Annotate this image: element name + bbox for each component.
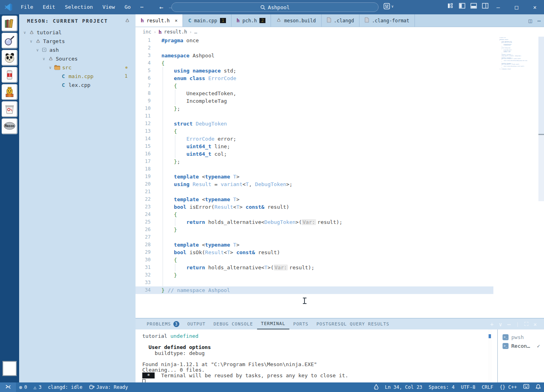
tree-item-Sources[interactable]: ∨Sources [19, 54, 136, 63]
status-clangd-idle[interactable]: clangd: idle [45, 382, 86, 392]
close-icon[interactable]: ✕ [175, 18, 178, 23]
menu-[interactable]: ⋯ [136, 0, 148, 14]
status-utf-8[interactable]: UTF-8 [458, 382, 479, 392]
code-line-15: 15 uint64_t line; [136, 143, 544, 150]
toggle-secondary-sidebar-icon[interactable] [482, 2, 489, 9]
code-line-26: 26 } [136, 226, 544, 233]
panel-more-icon[interactable]: ⋯ [507, 321, 511, 327]
meson-refresh-icon[interactable] [125, 18, 130, 24]
status-coffee-icon[interactable]: Java: Ready [86, 382, 131, 392]
file-icon [327, 17, 331, 24]
panel-tab-output[interactable]: OUTPUT [183, 319, 210, 329]
mouse-ibeam-cursor [304, 298, 305, 304]
bell-icon [536, 384, 541, 391]
status-drop-icon[interactable] [371, 382, 382, 392]
code-line-20: 20 using Result = variant<T, DebugToken>… [136, 180, 544, 188]
status--c-[interactable]: {} C++ [497, 382, 520, 392]
line-content: enum class ErrorCode [161, 74, 236, 82]
code-line-30: 30 { [136, 256, 544, 264]
menu-selection[interactable]: Selection [60, 0, 98, 14]
status-feedback-icon[interactable] [520, 382, 532, 392]
tab-clangd[interactable]: .clangd [322, 14, 360, 27]
close-panel-icon[interactable]: ✕ [534, 321, 537, 327]
meson-icon [47, 56, 54, 61]
status-crlf[interactable]: CRLF [479, 382, 497, 392]
explorer-sidebar: MESON: CURRENT PROJECT ∨tutorial∨Targets… [19, 14, 136, 382]
terminal-instance-Recon[interactable]: >_Recon…✓ [498, 341, 544, 350]
search-value: Ashpool [268, 4, 290, 10]
code-line-32: 32 } [136, 271, 544, 279]
tab-label: pch.h [242, 18, 257, 24]
tree-item-ash[interactable]: ∨ash [19, 45, 136, 54]
nav-back-icon[interactable]: ← [159, 4, 163, 11]
tree-item-src[interactable]: ∨src● [19, 63, 136, 72]
code-line-11: 11 [136, 112, 544, 120]
code-line-27: 27 [136, 233, 544, 241]
activity-meson-logo-icon[interactable]: Meson [2, 118, 18, 134]
customize-layout-icon[interactable] [447, 2, 454, 9]
panel-tab-label: PROBLEMS [147, 321, 171, 327]
status-remote-icon[interactable] [0, 382, 16, 392]
code-line-31: 31 return holds_alternative<T>(Var:resul… [136, 264, 544, 271]
minimap[interactable]: #pragma once namespace Ashpool { using n… [499, 37, 527, 72]
breadcrumb-item[interactable]: result.h [164, 29, 187, 35]
split-editor-icon[interactable]: ◫ [528, 18, 532, 24]
new-terminal-icon[interactable]: + [490, 321, 493, 327]
status-spaces-4[interactable]: Spaces: 4 [426, 382, 458, 392]
activity-cola-can-icon[interactable]: Coke [2, 67, 18, 83]
activity-bottom-button[interactable] [2, 361, 17, 376]
status-bell-icon[interactable] [532, 382, 544, 392]
menu-view[interactable]: View [98, 0, 120, 14]
panel-tab-label: POSTGRESQL QUERY RESULTS [316, 321, 389, 327]
profiles-button[interactable]: ∨ [383, 3, 393, 10]
close-button[interactable]: ✕ [526, 0, 544, 14]
tree-item-maincpp[interactable]: Cmain.cpp1 [19, 72, 136, 80]
menu-file[interactable]: File [16, 0, 38, 14]
status-errors-icon[interactable]: ⊗0 [16, 382, 30, 392]
editor-scrollbar[interactable] [538, 37, 544, 318]
tab-clangformat[interactable]: .clang-format [359, 14, 415, 27]
maximize-button[interactable]: □ [507, 0, 526, 14]
code-line-13: 13 { [136, 127, 544, 135]
breadcrumb-item[interactable]: inc [143, 29, 151, 35]
activity-lego-head-icon[interactable] [2, 84, 18, 100]
line-number: 25 [136, 218, 151, 226]
terminal-output[interactable]: tutorial undefined User defined options … [136, 329, 488, 382]
breadcrumb[interactable]: inc›hresult.h›… [136, 27, 544, 37]
tab-resulth[interactable]: hresult.h✕ [136, 14, 183, 27]
panel-tab-postgresql-query-results[interactable]: POSTGRESQL QUERY RESULTS [312, 319, 393, 329]
panel-tab-ports[interactable]: PORTS [289, 319, 312, 329]
tree-item-Targets[interactable]: ∨Targets [19, 37, 136, 45]
tab-mesonbuild[interactable]: meson.build [271, 14, 321, 27]
activity-takeout-box-icon[interactable] [2, 101, 18, 117]
terminal-instance-pwsh[interactable]: >_pwsh [498, 333, 544, 341]
tab-maincpp[interactable]: Cmain.cpp1 [183, 14, 231, 27]
toggle-sidebar-icon[interactable] [459, 2, 465, 9]
terminal-scrollbar[interactable] [488, 329, 492, 382]
code-editor[interactable]: 1#pragma once23namespace Ashpool4{5 usin… [136, 37, 544, 318]
status-warnings-icon[interactable]: ⚠3 [30, 382, 45, 392]
menu-go[interactable]: Go [120, 0, 136, 14]
tree-item-tutorial[interactable]: ∨tutorial [19, 28, 136, 37]
activity-panda-icon[interactable] [2, 50, 18, 66]
panel-tab-problems[interactable]: PROBLEMS3 [143, 319, 183, 329]
minimize-button[interactable]: – [489, 0, 507, 14]
tree-item-label: Sources [56, 56, 136, 62]
breadcrumb-item[interactable]: … [194, 29, 197, 35]
toggle-panel-icon[interactable] [470, 2, 477, 9]
code-line-10: 10 }; [136, 105, 544, 112]
errors-icon: ⊗ [19, 384, 22, 390]
status-ln-34-col-23[interactable]: Ln 34, Col 23 [382, 382, 426, 392]
editor-more-actions-icon[interactable]: ⋯ [538, 18, 541, 24]
menu-edit[interactable]: Edit [38, 0, 60, 14]
tab-pchh[interactable]: hpch.h2 [232, 14, 271, 27]
tree-item-lexcpp[interactable]: Clex.cpp [19, 80, 136, 89]
panel-tab-debug-console[interactable]: DEBUG CONSOLE [210, 319, 257, 329]
command-search-box[interactable]: Ashpool [171, 2, 379, 12]
activity-magnifier-icon[interactable] [2, 33, 18, 49]
terminal-dropdown-icon[interactable]: ∨ [499, 321, 502, 327]
activity-books-icon[interactable] [2, 16, 18, 31]
maximize-panel-icon[interactable]: ⛶ [524, 321, 528, 327]
line-number: 31 [136, 264, 151, 271]
panel-tab-terminal[interactable]: TERMINAL [257, 319, 289, 329]
